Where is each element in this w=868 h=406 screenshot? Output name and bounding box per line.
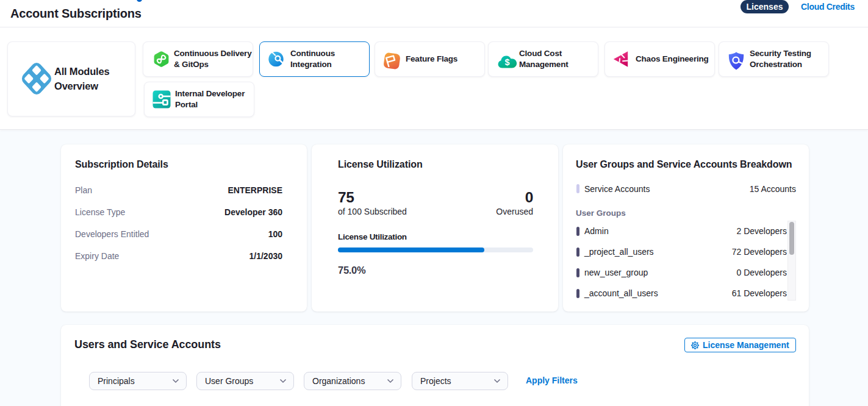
svg-text:$: $ (505, 57, 510, 66)
